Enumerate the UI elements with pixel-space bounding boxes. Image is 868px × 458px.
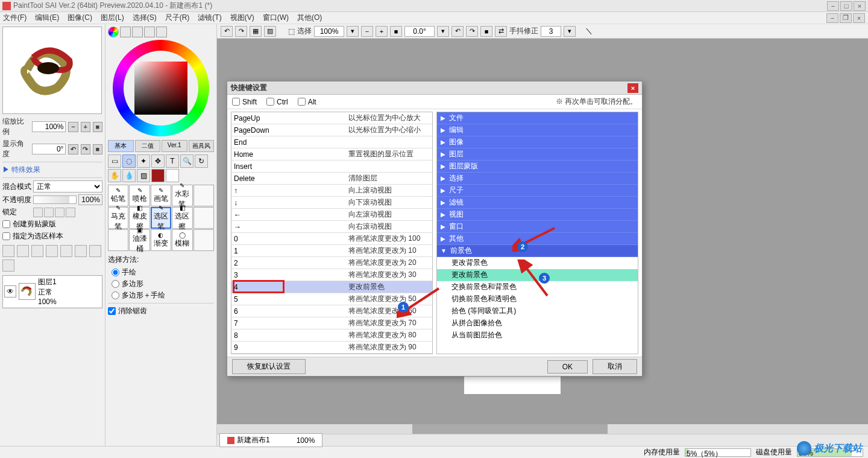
delete-layer-button[interactable] — [2, 259, 14, 272]
sel-sample-checkbox[interactable] — [2, 232, 10, 240]
magic-wand-tool[interactable]: ✦ — [137, 154, 150, 168]
navigator-preview[interactable] — [2, 27, 102, 114]
menu-view[interactable]: 视图(V) — [230, 13, 254, 23]
lasso-tool[interactable]: ◌ — [122, 154, 136, 168]
category-group[interactable]: ▶图层 — [437, 148, 638, 161]
shortcut-row[interactable]: End — [231, 136, 432, 148]
rotate-ccw-button[interactable]: ↶ — [68, 144, 78, 154]
angle-input[interactable] — [32, 144, 66, 154]
dialog-close-button[interactable]: × — [627, 83, 638, 93]
canvas-hscrollbar[interactable] — [217, 424, 868, 434]
category-group[interactable]: ▶编辑 — [437, 124, 638, 136]
flip-h-button[interactable]: ⇄ — [495, 26, 507, 37]
lock-move-button[interactable] — [55, 208, 64, 217]
category-group[interactable]: ▶图像 — [437, 136, 638, 148]
category-item[interactable]: 从当前图层拾色 — [437, 329, 638, 342]
undo-button[interactable]: ↶ — [221, 26, 233, 37]
category-item[interactable]: 更改背景色 — [437, 257, 638, 269]
rotate-cw-button[interactable]: ↷ — [81, 144, 90, 154]
select-method-mixed[interactable] — [112, 291, 119, 299]
zoom-reset-button[interactable]: ■ — [93, 122, 102, 132]
zoom-fit-button[interactable]: ■ — [390, 26, 402, 37]
shortcut-row[interactable]: ↑向上滚动视图 — [231, 185, 432, 197]
category-group[interactable]: ▶尺子 — [437, 185, 638, 197]
doc-close-button[interactable]: × — [853, 13, 865, 23]
maximize-button[interactable]: □ — [840, 1, 852, 11]
color-hsv-mode-button[interactable] — [132, 27, 143, 37]
shortcut-row[interactable]: →向右滚动视图 — [231, 221, 432, 233]
shortcut-list[interactable]: PageUp以光标位置为中心放大PageDown以光标位置为中心缩小EndHom… — [231, 112, 433, 354]
zoom-tool[interactable]: 🔍 — [180, 154, 193, 168]
shortcut-row[interactable]: PageUp以光标位置为中心放大 — [231, 112, 432, 124]
redo-button[interactable]: ↷ — [235, 26, 247, 37]
stabilizer-dropdown[interactable]: ▾ — [564, 26, 576, 37]
menu-image[interactable]: 图像(C) — [68, 13, 92, 23]
hand-tool[interactable]: ✋ — [108, 169, 121, 182]
category-group[interactable]: ▶文件 — [437, 112, 638, 124]
rotate-cw-view-button[interactable]: ↷ — [466, 26, 478, 37]
rotate-reset-view-button[interactable]: ■ — [480, 26, 492, 37]
effects-link[interactable]: ▶ 特殊效果 — [2, 165, 102, 175]
clear-layer-button[interactable] — [89, 245, 101, 257]
stabilizer-input[interactable] — [541, 26, 561, 37]
zoom-out-view-button[interactable]: − — [361, 26, 373, 37]
category-group[interactable]: ▶图层蒙版 — [437, 161, 638, 173]
brush-selerase[interactable]: ◧选区擦 — [172, 207, 192, 229]
category-item[interactable]: 拾色 (等同吸管工具) — [437, 305, 638, 317]
shortcut-row[interactable]: 2将画笔浓度更改为 20 — [231, 257, 432, 269]
lock-pixels-button[interactable] — [44, 208, 54, 217]
transfer-down-button[interactable] — [60, 245, 72, 257]
doc-minimize-button[interactable]: − — [826, 13, 838, 23]
rect-select-tool[interactable]: ▭ — [108, 154, 121, 168]
shortcut-row[interactable]: 5将画笔浓度更改为 50 — [231, 293, 432, 305]
color-scratchpad-button[interactable] — [156, 27, 167, 37]
brush-tab-paint[interactable]: 画具风 — [189, 140, 215, 152]
category-list[interactable]: ▶文件▶编辑▶图像▶图层▶图层蒙版▶选择▶尺子▶滤镜▶视图▶窗口▶其他▼前景色更… — [436, 112, 638, 354]
zoom-in-button[interactable]: + — [81, 122, 90, 132]
reset-defaults-button[interactable]: 恢复默认设置 — [232, 359, 306, 374]
zoom-in-view-button[interactable]: + — [376, 26, 388, 37]
rotate-tool[interactable]: ↻ — [195, 154, 208, 168]
lock-all-button[interactable] — [66, 208, 75, 217]
brush-tab-basic[interactable]: 基本 — [108, 140, 134, 152]
select-method-freehand[interactable] — [112, 269, 119, 276]
deselect-button[interactable]: ▦ — [250, 26, 262, 37]
color-wheel-mode-button[interactable] — [108, 27, 119, 37]
zoom-dropdown[interactable]: ▾ — [347, 26, 359, 37]
category-group[interactable]: ▼前景色 — [437, 245, 638, 257]
shortcut-row[interactable]: 7将画笔浓度更改为 70 — [231, 317, 432, 329]
angle-dropdown[interactable]: ▾ — [437, 26, 449, 37]
category-group[interactable]: ▶其他 — [437, 233, 638, 245]
layer-item[interactable]: 👁 图层1 正常 100% — [3, 276, 102, 308]
doc-restore-button[interactable]: ❐ — [840, 13, 852, 23]
brush-tab-binary[interactable]: 二值 — [135, 140, 161, 152]
brush-bucket[interactable]: ▣油漆桶 — [129, 229, 149, 251]
category-group[interactable]: ▶选择 — [437, 173, 638, 185]
menu-window[interactable]: 窗口(W) — [263, 13, 289, 23]
brush-selpen[interactable]: ✎选区笔 — [151, 207, 171, 229]
category-group[interactable]: ▶窗口 — [437, 221, 638, 233]
zoom-view-input[interactable] — [314, 26, 344, 37]
brush-gradient[interactable]: ◐渐变 — [151, 229, 171, 251]
blend-select[interactable]: 正常 — [33, 180, 102, 192]
brush-empty-1[interactable] — [193, 185, 214, 206]
shortcut-row[interactable]: Home重置视图的显示位置 — [231, 148, 432, 161]
text-tool[interactable]: T — [166, 154, 179, 168]
line-tool-icon[interactable]: ＼ — [585, 26, 593, 36]
new-vector-layer-button[interactable] — [17, 245, 29, 257]
brush-watercolor[interactable]: ✎水彩笔 — [172, 185, 192, 206]
background-color-swatch[interactable] — [166, 169, 179, 182]
select-method-polygon[interactable] — [112, 280, 119, 288]
shortcut-row[interactable]: Delete清除图层 — [231, 173, 432, 185]
brush-marker[interactable]: ✎马克笔 — [108, 207, 128, 229]
canvas-document[interactable] — [464, 376, 561, 394]
category-group[interactable]: ▶视图 — [437, 209, 638, 221]
shortcut-row[interactable]: 1将画笔浓度更改为 10 — [231, 245, 432, 257]
brush-pencil[interactable]: ✎铅笔 — [108, 185, 128, 206]
brush-empty-2[interactable] — [193, 207, 214, 229]
menu-filter[interactable]: 滤镜(T) — [198, 13, 221, 23]
visibility-toggle[interactable]: 👁 — [4, 285, 16, 297]
antialias-checkbox[interactable] — [108, 307, 116, 315]
color-swatch-mode-button[interactable] — [144, 27, 155, 37]
brush-tab-ver1[interactable]: Ver.1 — [162, 140, 187, 152]
